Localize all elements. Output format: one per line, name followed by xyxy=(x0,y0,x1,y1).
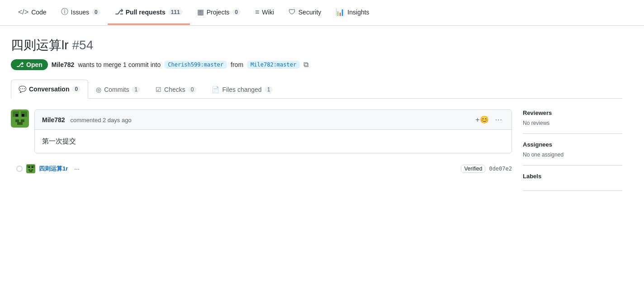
pr-action-text: wants to merge 1 commit into xyxy=(78,61,161,68)
svg-rect-13 xyxy=(32,166,33,168)
tab-checks-count: 0 xyxy=(188,86,197,93)
svg-rect-6 xyxy=(17,122,23,125)
comment-text: 第一次提交 xyxy=(42,137,76,145)
nav-label-projects: Projects xyxy=(207,9,230,16)
tab-commits[interactable]: ◎ Commits 1 xyxy=(88,80,148,99)
comment-time: commented 2 days ago xyxy=(70,117,131,124)
pr-title: 四则运算lr #54 xyxy=(11,37,622,54)
nav-label-insights: Insights xyxy=(347,9,369,16)
commit-timeline-item: 四则运算1r ··· Verified 0de07e2 xyxy=(11,161,512,177)
pr-status-icon: ⎇ xyxy=(16,61,24,68)
svg-rect-15 xyxy=(31,169,33,171)
svg-rect-16 xyxy=(29,171,32,172)
pr-status-badge: ⎇ Open xyxy=(11,59,48,70)
comment-body: 第一次提交 xyxy=(35,130,511,153)
tab-checks-label: Checks xyxy=(164,86,185,93)
nav-item-projects[interactable]: ▦ Projects 0 xyxy=(190,0,248,25)
tab-commits-label: Commits xyxy=(104,86,129,93)
content-main: Mile782 commented 2 days ago +😊 ··· 第一次提… xyxy=(11,109,512,198)
pr-title-text: 四则运算lr xyxy=(11,37,69,54)
svg-rect-12 xyxy=(28,166,30,168)
svg-rect-4 xyxy=(15,119,19,122)
nav-item-wiki[interactable]: ≡ Wiki xyxy=(248,1,281,25)
svg-rect-7 xyxy=(15,114,18,117)
nav-item-security[interactable]: 🛡 Security xyxy=(281,1,329,25)
conversation-icon: 💬 xyxy=(19,86,26,93)
nav-label-wiki: Wiki xyxy=(262,9,274,16)
copy-branch-icon[interactable]: ⧉ xyxy=(303,61,308,69)
nav-label-pull-requests: Pull requests xyxy=(126,9,166,16)
tab-conversation-label: Conversation xyxy=(29,86,69,93)
tab-files-changed[interactable]: 📄 Files changed 1 xyxy=(204,80,280,99)
avatar xyxy=(11,109,29,128)
pr-tabs: 💬 Conversation 0 ◎ Commits 1 ☑ Checks 0 … xyxy=(11,79,622,99)
nav-label-issues: Issues xyxy=(71,9,89,16)
tab-files-changed-label: Files changed xyxy=(222,86,261,93)
assignees-empty: No one assigned xyxy=(523,152,622,158)
timeline-dot xyxy=(16,166,23,172)
files-changed-icon: 📄 xyxy=(212,86,219,93)
nav-item-pull-requests[interactable]: ⎇ Pull requests 111 xyxy=(108,0,190,25)
tab-commits-count: 1 xyxy=(132,86,140,93)
checks-icon: ☑ xyxy=(156,86,161,93)
reviewers-section: Reviewers No reviews xyxy=(523,109,622,134)
comment-actions: +😊 ··· xyxy=(474,114,504,125)
svg-rect-3 xyxy=(13,118,27,122)
pr-status-text: Open xyxy=(26,61,43,68)
tab-conversation-count: 0 xyxy=(72,86,80,92)
nav-item-insights[interactable]: 📊 Insights xyxy=(328,0,376,25)
pr-source-branch[interactable]: Mile782:master xyxy=(247,61,300,69)
projects-badge: 0 xyxy=(232,9,241,15)
main-container: 四则运算lr #54 ⎇ Open Mile782 wants to merge… xyxy=(0,26,633,198)
pr-author[interactable]: Mile782 xyxy=(52,61,75,68)
assignees-title: Assignees xyxy=(523,141,622,148)
tab-files-changed-count: 1 xyxy=(265,86,273,93)
reviewers-title: Reviewers xyxy=(523,109,622,116)
pull-requests-icon: ⎇ xyxy=(115,8,123,16)
more-options-button[interactable]: ··· xyxy=(493,115,504,125)
top-nav: </> Code ⓘ Issues 0 ⎇ Pull requests 111 … xyxy=(0,0,644,26)
comment-header: Mile782 commented 2 days ago +😊 ··· xyxy=(35,110,511,130)
commit-more-button[interactable]: ··· xyxy=(71,164,82,173)
nav-item-code[interactable]: </> Code xyxy=(11,1,54,25)
nav-item-issues[interactable]: ⓘ Issues 0 xyxy=(54,0,108,25)
pr-meta: ⎇ Open Mile782 wants to merge 1 commit i… xyxy=(11,59,622,70)
commits-icon: ◎ xyxy=(96,86,101,93)
insights-icon: 📊 xyxy=(336,8,345,16)
add-reaction-button[interactable]: +😊 xyxy=(474,114,489,125)
nav-label-security: Security xyxy=(298,9,322,16)
labels-section: Labels xyxy=(523,173,622,191)
commit-title-link[interactable]: 四则运算1r xyxy=(39,165,68,173)
pull-requests-badge: 111 xyxy=(168,9,183,15)
issues-badge: 0 xyxy=(92,9,100,15)
issues-icon: ⓘ xyxy=(61,7,68,17)
commit-author-avatar xyxy=(26,164,35,173)
reviewers-empty: No reviews xyxy=(523,120,622,126)
labels-title: Labels xyxy=(523,173,622,180)
pr-from-text: from xyxy=(231,61,243,68)
svg-rect-14 xyxy=(28,169,30,171)
nav-label-code: Code xyxy=(31,9,46,16)
comment-meta: Mile782 commented 2 days ago xyxy=(42,116,132,124)
tab-checks[interactable]: ☑ Checks 0 xyxy=(148,80,204,99)
comment-author[interactable]: Mile782 xyxy=(42,116,65,124)
content-sidebar: Reviewers No reviews Assignees No one as… xyxy=(523,109,622,198)
comment-wrapper: Mile782 commented 2 days ago +😊 ··· 第一次提… xyxy=(11,109,512,153)
svg-rect-8 xyxy=(22,114,24,117)
commit-hash[interactable]: 0de07e2 xyxy=(489,166,512,172)
code-icon: </> xyxy=(18,8,28,16)
verified-badge: Verified xyxy=(461,165,485,173)
content-layout: Mile782 commented 2 days ago +😊 ··· 第一次提… xyxy=(11,99,622,198)
svg-rect-5 xyxy=(21,119,24,122)
avatar-creeper xyxy=(11,109,29,128)
projects-icon: ▦ xyxy=(197,8,204,16)
security-icon: 🛡 xyxy=(289,8,296,16)
commit-row: 四则运算1r ··· Verified 0de07e2 xyxy=(16,164,512,173)
assignees-section: Assignees No one assigned xyxy=(523,141,622,166)
pr-target-branch[interactable]: Cherish599:master xyxy=(164,61,227,69)
pr-number: #54 xyxy=(72,38,94,52)
comment-box: Mile782 commented 2 days ago +😊 ··· 第一次提… xyxy=(34,109,512,153)
tab-conversation[interactable]: 💬 Conversation 0 xyxy=(11,80,88,99)
wiki-icon: ≡ xyxy=(255,8,259,16)
